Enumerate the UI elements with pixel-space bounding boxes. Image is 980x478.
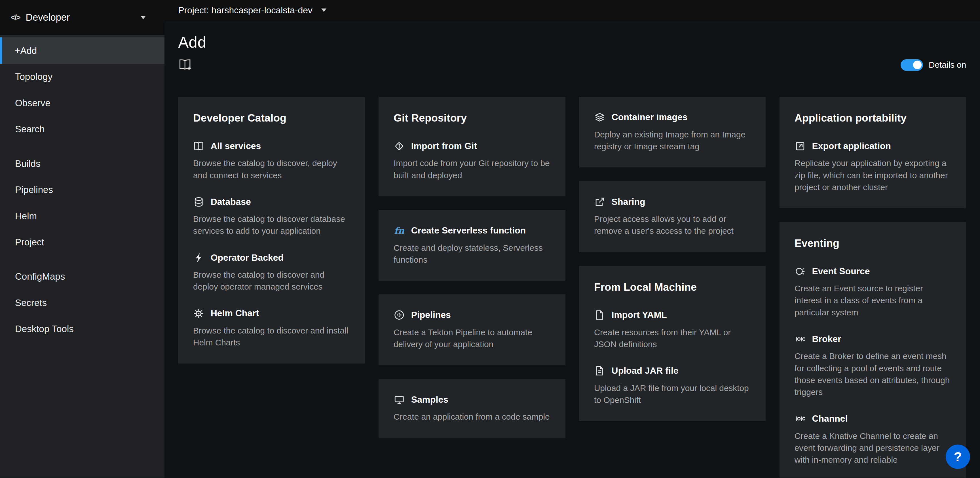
samples-card: Samples Create an application from a cod… [379,379,565,438]
item-head: Container images [594,112,751,123]
bolt-icon [193,252,204,264]
catalog-add-icon[interactable] [178,58,192,72]
application-portability-card: Application portability Export applicati… [780,97,966,208]
item-head: Pipelines [394,310,550,321]
file-jar-icon [594,365,605,376]
card-item-all-services[interactable]: All services Browse the catalog to disco… [193,141,350,181]
item-head: Import from Git [394,141,550,152]
item-label: Channel [812,413,848,424]
serverless-card: fn Create Serverless function Create and… [379,210,565,281]
card-item-import-yaml[interactable]: Import YAML Create resources from their … [594,310,751,350]
card-item-upload-jar-file[interactable]: Upload JAR file Upload a JAR file from y… [594,365,751,406]
card-item-database[interactable]: Database Browse the catalog to discover … [193,196,350,237]
grid-column: Developer Catalog All services Browse th… [178,97,365,364]
developer-catalog-card: Developer Catalog All services Browse th… [178,97,365,364]
sidebar-item-topology[interactable]: Topology [0,64,164,90]
help-button[interactable]: ? [946,445,970,469]
sidebar-item-search[interactable]: Search [0,116,164,143]
chevron-down-icon [321,8,326,12]
sidebar-item-observe[interactable]: Observe [0,90,164,116]
share-icon [594,196,605,208]
git-repository-card: Git Repository Import from Git Import co… [379,97,565,196]
item-head: Samples [394,394,550,405]
perspective-label: Developer [26,12,70,23]
item-description: Create an application from a code sample [394,411,550,423]
export-icon [795,141,806,152]
item-head: fn Create Serverless function [394,225,550,236]
details-toggle-label: Details on [929,60,966,70]
card-title: Eventing [795,237,951,249]
sidebar-item-add[interactable]: +Add [0,37,164,64]
card-item-container-images[interactable]: Container images Deploy an existing Imag… [594,112,751,152]
card-item-broker[interactable]: Broker Create a Broker to define an even… [795,333,951,398]
nav-group: +Add Topology Observe Search [0,37,164,142]
add-page: Add Details on [164,21,980,478]
card-item-pipelines[interactable]: Pipelines Create a Tekton Pipeline to au… [394,310,550,350]
item-head: Broker [795,333,951,345]
item-head: Helm Chart [193,308,350,319]
item-head: All services [193,141,350,152]
grid-column: Git Repository Import from Git Import co… [379,97,565,438]
main-area: Project: harshcasper-localsta-dev Add [164,0,980,478]
card-item-operator-backed[interactable]: Operator Backed Browse the catalog to di… [193,252,350,293]
sidebar-item-project[interactable]: Project [0,229,164,256]
sidebar-item-helm[interactable]: Helm [0,203,164,229]
card-item-channel[interactable]: Channel Create a Knative Channel to crea… [795,413,951,466]
project-selector-label: Project: harshcasper-localsta-dev [178,5,312,16]
sidebar-item-desktop-tools[interactable]: Desktop Tools [0,316,164,342]
item-description: Replicate your application by exporting … [795,157,951,193]
sidebar-nav: +Add Topology Observe Search Builds Pipe… [0,36,164,342]
nav-group: ConfigMaps Secrets Desktop Tools [0,264,164,342]
item-description: Create a Knative Channel to create an ev… [795,430,951,466]
pipelines-icon [394,310,405,321]
item-description: Browse the catalog to discover and insta… [193,325,350,348]
card-title: Developer Catalog [193,112,350,124]
project-selector[interactable]: Project: harshcasper-localsta-dev [164,0,980,21]
card-item-helm-chart[interactable]: Helm Chart Browse the catalog to discove… [193,308,350,348]
catalog-icon [193,141,204,152]
card-item-export-application[interactable]: Export application Replicate your applic… [795,141,951,193]
event-source-icon [795,266,806,277]
item-label: Helm Chart [211,308,259,319]
item-label: Event Source [812,266,870,277]
item-label: Upload JAR file [612,365,679,376]
card-item-import-from-git[interactable]: Import from Git Import code from your Gi… [394,141,550,181]
toggle-knob [913,60,921,69]
perspective-switcher[interactable]: </> Developer [0,0,164,36]
sidebar-item-configmaps[interactable]: ConfigMaps [0,264,164,290]
details-toggle[interactable] [900,59,923,71]
item-description: Create resources from their YAML or JSON… [594,326,751,350]
item-label: Export application [812,141,891,152]
item-label: Import from Git [411,141,477,152]
card-item-create-serverless-function[interactable]: fn Create Serverless function Create and… [394,225,550,266]
chevron-down-icon [141,16,146,19]
card-item-event-source[interactable]: Event Source Create an Event source to r… [795,266,951,319]
sidebar-item-pipelines[interactable]: Pipelines [0,177,164,203]
page-header-row: Details on [178,58,966,72]
sharing-card: Sharing Project access allows you to add… [579,181,765,252]
sidebar-item-secrets[interactable]: Secrets [0,290,164,316]
sidebar: </> Developer +Add Topology Observe Sear… [0,0,164,478]
card-title: From Local Machine [594,281,751,293]
help-button-label: ? [954,449,962,464]
item-label: Container images [612,112,688,123]
item-description: Create a Tekton Pipeline to automate del… [394,326,550,350]
item-label: Create Serverless function [411,225,526,236]
container-images-icon [594,112,605,123]
card-item-sharing[interactable]: Sharing Project access allows you to add… [594,196,751,237]
openshift-console: </> Developer +Add Topology Observe Sear… [0,0,980,478]
container-images-card: Container images Deploy an existing Imag… [579,97,765,168]
item-head: Database [193,196,350,208]
details-toggle-wrap: Details on [900,59,966,71]
sidebar-item-builds[interactable]: Builds [0,151,164,177]
card-item-samples[interactable]: Samples Create an application from a cod… [394,394,550,423]
item-description: Upload a JAR file from your local deskto… [594,382,751,406]
page-title: Add [178,33,966,52]
item-description: Create an Event source to register inter… [795,283,951,319]
item-label: Broker [812,333,842,345]
item-head: Channel [795,413,951,424]
item-description: Browse the catalog to discover database … [193,213,350,237]
add-cards-grid: Developer Catalog All services Browse th… [178,97,966,478]
item-description: Project access allows you to add or remo… [594,213,751,237]
samples-icon [394,394,405,405]
